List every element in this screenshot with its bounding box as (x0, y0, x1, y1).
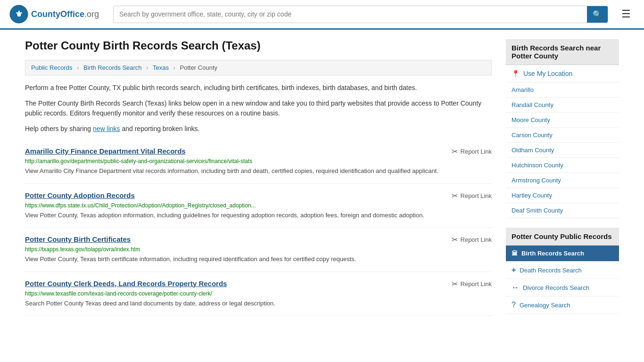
record-title-2[interactable]: Potter County Birth Certificates (25, 235, 131, 243)
sidebar-divorce-records-link[interactable]: ↔ Divorce Records Search (506, 279, 619, 296)
sidebar-nearby-title: Birth Records Search near Potter County (506, 39, 619, 65)
record-item-0: Amarillo City Finance Department Vital R… (25, 140, 492, 184)
record-item-3: Potter County Clerk Deeds, Land Records … (25, 272, 492, 316)
header: ⚜ CountyOffice.org 🔍 ☰ (0, 0, 644, 30)
sidebar-link-randall[interactable]: Randall County (506, 98, 619, 113)
main-content: Potter County Birth Records Search (Texa… (25, 39, 492, 316)
logo-area: ⚜ CountyOffice.org (9, 5, 104, 24)
record-item-2: Potter County Birth Certificates ✂ Repor… (25, 228, 492, 272)
use-my-location-label: Use My Location (523, 70, 572, 77)
search-input[interactable] (114, 7, 587, 22)
breadcrumb: Public Records › Birth Records Search › … (25, 60, 492, 75)
sidebar: Birth Records Search near Potter County … (506, 39, 619, 316)
logo-text: CountyOffice.org (31, 9, 99, 19)
record-url-2[interactable]: https://txapps.texas.gov/tolapp/ovra/ind… (25, 246, 492, 253)
sidebar-genealogy-link[interactable]: ? Genealogy Search (506, 296, 619, 314)
hamburger-icon: ☰ (621, 8, 631, 20)
record-item-header-2: Potter County Birth Certificates ✂ Repor… (25, 235, 492, 244)
record-desc-1: View Potter County, Texas adoption infor… (25, 211, 492, 220)
sidebar-link-hutchinson[interactable]: Hutchinson County (506, 158, 619, 173)
breadcrumb-texas[interactable]: Texas (153, 64, 169, 71)
record-title-0[interactable]: Amarillo City Finance Department Vital R… (25, 147, 186, 155)
main-layout: Potter County Birth Records Search (Texa… (16, 30, 628, 325)
sidebar-link-moore[interactable]: Moore County (506, 113, 619, 128)
sidebar-public-records-title: Potter County Public Records (506, 228, 619, 246)
report-link-3[interactable]: ✂ Report Link (452, 280, 492, 288)
breadcrumb-public-records[interactable]: Public Records (31, 64, 72, 71)
report-link-0[interactable]: ✂ Report Link (452, 147, 492, 156)
report-label-0: Report Link (461, 148, 492, 155)
report-link-2[interactable]: ✂ Report Link (452, 235, 492, 244)
report-link-1[interactable]: ✂ Report Link (452, 191, 492, 200)
sidebar-death-records-link[interactable]: + Death Records Search (506, 262, 619, 279)
search-icon: 🔍 (593, 10, 602, 18)
sidebar-public-records-section: Potter County Public Records 🏛 Birth Rec… (506, 228, 619, 314)
breadcrumb-sep-1: › (77, 64, 79, 71)
scissors-icon-1: ✂ (452, 191, 458, 200)
sidebar-link-carson[interactable]: Carson County (506, 128, 619, 143)
search-bar: 🔍 (113, 6, 608, 23)
description-1: Perform a free Potter County, TX public … (25, 83, 492, 93)
genealogy-label: Genealogy Search (520, 302, 570, 309)
breadcrumb-sep-3: › (173, 64, 175, 71)
genealogy-icon: ? (512, 301, 516, 309)
scissors-icon-3: ✂ (452, 280, 458, 288)
search-button[interactable]: 🔍 (587, 6, 608, 23)
location-pin-icon: 📍 (512, 70, 520, 77)
sidebar-link-armstrong[interactable]: Armstrong County (506, 173, 619, 188)
death-records-icon: + (512, 266, 516, 274)
record-desc-2: View Potter County, Texas birth certific… (25, 255, 492, 264)
record-url-3[interactable]: https://www.texasfile.com/texas-land-rec… (25, 290, 492, 297)
scissors-icon-0: ✂ (452, 147, 458, 156)
new-links-link[interactable]: new links (93, 125, 120, 132)
divorce-records-icon: ↔ (512, 283, 519, 292)
sidebar-link-oldham[interactable]: Oldham County (506, 143, 619, 158)
record-title-1[interactable]: Potter County Adoption Records (25, 191, 135, 199)
report-label-1: Report Link (461, 192, 492, 199)
report-label-3: Report Link (461, 280, 492, 288)
birth-records-label: Birth Records Search (521, 250, 584, 257)
record-title-3[interactable]: Potter County Clerk Deeds, Land Records … (25, 280, 227, 288)
record-item-header-0: Amarillo City Finance Department Vital R… (25, 147, 492, 156)
sidebar-link-deafsmith[interactable]: Deaf Smith County (506, 203, 619, 218)
logo-icon: ⚜ (9, 5, 28, 24)
record-item-1: Potter County Adoption Records ✂ Report … (25, 184, 492, 228)
birth-records-icon: 🏛 (512, 250, 518, 257)
records-list: Amarillo City Finance Department Vital R… (25, 140, 492, 316)
description-3: Help others by sharing new links and rep… (25, 124, 492, 134)
death-records-label: Death Records Search (520, 267, 582, 274)
record-url-0[interactable]: http://amarillo.gov/departments/public-s… (25, 158, 492, 165)
page-title: Potter County Birth Records Search (Texa… (25, 39, 492, 52)
breadcrumb-potter-county: Potter County (180, 64, 218, 71)
sidebar-nearby-section: Birth Records Search near Potter County … (506, 39, 619, 218)
sidebar-link-hartley[interactable]: Hartley County (506, 188, 619, 203)
use-my-location-button[interactable]: 📍 Use My Location (506, 65, 619, 82)
menu-button[interactable]: ☰ (618, 6, 635, 22)
sidebar-link-amarillo[interactable]: Amarillo (506, 82, 619, 98)
report-label-2: Report Link (461, 236, 492, 243)
description-2: The Potter County Birth Records Search (… (25, 99, 492, 118)
svg-text:⚜: ⚜ (15, 9, 23, 19)
record-desc-0: View Amarillo City Finance Department vi… (25, 166, 492, 176)
divorce-records-label: Divorce Records Search (523, 284, 589, 291)
sidebar-birth-records-link[interactable]: 🏛 Birth Records Search (506, 246, 619, 262)
record-item-header-1: Potter County Adoption Records ✂ Report … (25, 191, 492, 200)
breadcrumb-sep-2: › (146, 64, 148, 71)
record-url-1[interactable]: https://www.dfps.state.tx.us/Child_Prote… (25, 202, 492, 209)
breadcrumb-birth-records[interactable]: Birth Records Search (83, 64, 142, 71)
scissors-icon-2: ✂ (452, 235, 458, 244)
record-item-header-3: Potter County Clerk Deeds, Land Records … (25, 280, 492, 288)
record-desc-3: Search Potter County Texas deed and land… (25, 299, 492, 308)
